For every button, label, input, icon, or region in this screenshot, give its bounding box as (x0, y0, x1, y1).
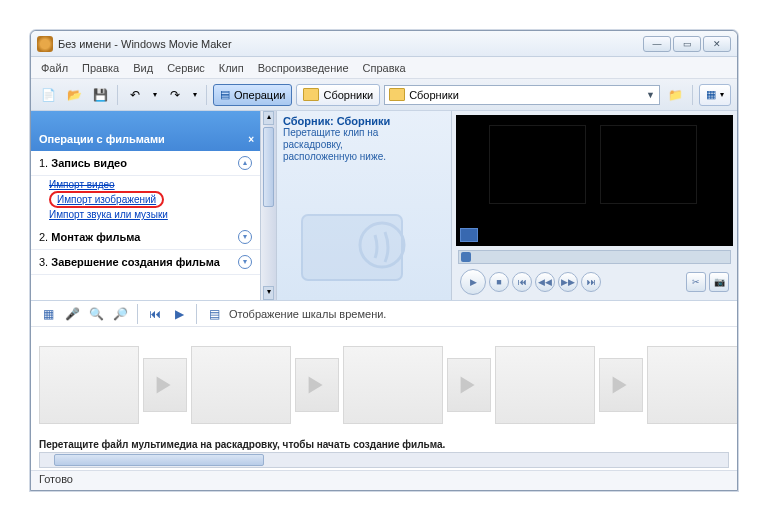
link-import-video[interactable]: Импорт видео (49, 178, 260, 191)
menu-service[interactable]: Сервис (167, 62, 205, 74)
collection-title: Сборник: Сборники (283, 115, 445, 127)
folder-icon (303, 88, 319, 101)
collection-hint: Перетащите клип на раскадровку, располож… (283, 127, 445, 163)
timeline-view-icon[interactable]: ▤ (205, 305, 223, 323)
narrate-icon[interactable]: 🎤 (63, 305, 81, 323)
storyboard-clip[interactable] (495, 346, 595, 424)
link-import-images[interactable]: Импорт изображений (57, 193, 156, 206)
maximize-button[interactable]: ▭ (673, 36, 701, 52)
collections-label: Сборники (323, 89, 373, 101)
titlebar[interactable]: Без имени - Windows Movie Maker — ▭ ✕ (31, 31, 737, 57)
stop-button[interactable]: ■ (489, 272, 509, 292)
zoom-out-icon[interactable]: 🔎 (111, 305, 129, 323)
storyboard-clip[interactable] (39, 346, 139, 424)
filmstrip-icon (297, 200, 427, 290)
tasks-header-label: Операции с фильмами (39, 133, 165, 145)
link-import-audio[interactable]: Импорт звука или музыки (49, 208, 260, 221)
tasks-pane: Операции с фильмами × 1. Запись видео ▴ … (31, 111, 276, 300)
menu-file[interactable]: Файл (41, 62, 68, 74)
storyboard-clip[interactable] (191, 346, 291, 424)
collapse-icon[interactable]: ▴ (238, 156, 252, 170)
seek-thumb[interactable] (461, 252, 471, 262)
snapshot-button[interactable]: 📷 (709, 272, 729, 292)
next-button[interactable]: ⏭ (581, 272, 601, 292)
preview-pane: ▶ ■ ⏮ ◀◀ ▶▶ ⏭ ✂ 📷 (451, 111, 737, 300)
menu-edit[interactable]: Правка (82, 62, 119, 74)
highlight-annotation: Импорт изображений (49, 191, 164, 208)
storyboard-transition[interactable] (295, 358, 339, 412)
play-button[interactable]: ▶ (460, 269, 486, 295)
storyboard-transition[interactable] (599, 358, 643, 412)
operations-toggle[interactable]: ▤ Операции (213, 84, 292, 106)
close-button[interactable]: ✕ (703, 36, 731, 52)
rewind-timeline-icon[interactable]: ⏮ (146, 305, 164, 323)
undo-button[interactable]: ↶ (124, 84, 146, 106)
collection-combo[interactable]: Сборники ▼ (384, 85, 660, 105)
prev-button[interactable]: ⏮ (512, 272, 532, 292)
scroll-down-icon[interactable]: ▾ (263, 286, 274, 300)
split-button[interactable]: ✂ (686, 272, 706, 292)
save-button[interactable]: 💾 (89, 84, 111, 106)
collections-toggle[interactable]: Сборники (296, 84, 380, 106)
menu-play[interactable]: Воспроизведение (258, 62, 349, 74)
tasks-header: Операции с фильмами × (31, 111, 260, 151)
storyboard-view-icon[interactable]: ▦ (39, 305, 57, 323)
storyboard-transition[interactable] (447, 358, 491, 412)
tasks-scrollbar[interactable]: ▴ ▾ (260, 111, 276, 300)
toolbar: 📄 📂 💾 ↶ ▾ ↷ ▾ ▤ Операции Сборники Сборни… (31, 79, 737, 111)
redo-drop-icon[interactable]: ▾ (190, 84, 200, 106)
timeline-view-label[interactable]: Отображение шкалы времени. (229, 308, 386, 320)
expand-icon[interactable]: ▾ (238, 255, 252, 269)
menu-clip[interactable]: Клип (219, 62, 244, 74)
storyboard[interactable] (31, 327, 737, 437)
status-text: Готово (39, 473, 73, 485)
task-section-finish[interactable]: 3. Завершение создания фильма ▾ (31, 250, 260, 275)
menubar: Файл Правка Вид Сервис Клип Воспроизведе… (31, 57, 737, 79)
folder-icon (389, 88, 405, 101)
combo-value: Сборники (409, 89, 459, 101)
storyboard-clip[interactable] (343, 346, 443, 424)
new-button[interactable]: 📄 (37, 84, 59, 106)
fullscreen-icon[interactable] (460, 228, 478, 242)
task-finish-label: Завершение создания фильма (51, 256, 220, 268)
scroll-thumb[interactable] (54, 454, 264, 466)
task-edit-label: Монтаж фильма (51, 231, 140, 243)
redo-button[interactable]: ↷ (164, 84, 186, 106)
timeline-area: ▦ 🎤 🔍 🔎 ⏮ ▶ ▤ Отображение шкалы времени.… (31, 301, 737, 468)
rewind-button[interactable]: ◀◀ (535, 272, 555, 292)
main-area: Операции с фильмами × 1. Запись видео ▴ … (31, 111, 737, 301)
play-timeline-icon[interactable]: ▶ (170, 305, 188, 323)
chevron-down-icon: ▼ (646, 90, 655, 100)
scroll-up-icon[interactable]: ▴ (263, 111, 274, 125)
forward-button[interactable]: ▶▶ (558, 272, 578, 292)
expand-icon[interactable]: ▾ (238, 230, 252, 244)
storyboard-hint: Перетащите файл мультимедиа на раскадров… (31, 437, 737, 452)
storyboard-transition[interactable] (143, 358, 187, 412)
capture-links: Импорт видео Импорт изображений Импорт з… (31, 176, 260, 225)
preview-monitor (456, 115, 733, 246)
app-window: Без имени - Windows Movie Maker — ▭ ✕ Фа… (30, 30, 738, 491)
collection-pane: Сборник: Сборники Перетащите клип на рас… (276, 111, 451, 300)
seek-bar[interactable] (458, 250, 731, 264)
timeline-toolbar: ▦ 🎤 🔍 🔎 ⏮ ▶ ▤ Отображение шкалы времени. (31, 301, 737, 327)
scroll-thumb[interactable] (263, 127, 274, 207)
storyboard-clip[interactable] (647, 346, 737, 424)
menu-view[interactable]: Вид (133, 62, 153, 74)
tasks-close-icon[interactable]: × (248, 134, 254, 145)
view-button[interactable]: ▦▾ (699, 84, 731, 106)
undo-drop-icon[interactable]: ▾ (150, 84, 160, 106)
timeline-scrollbar[interactable] (39, 452, 729, 468)
task-capture-label: Запись видео (51, 157, 127, 169)
menu-help[interactable]: Справка (363, 62, 406, 74)
window-title: Без имени - Windows Movie Maker (58, 38, 232, 50)
task-section-capture[interactable]: 1. Запись видео ▴ (31, 151, 260, 176)
operations-label: Операции (234, 89, 285, 101)
task-section-edit[interactable]: 2. Монтаж фильма ▾ (31, 225, 260, 250)
zoom-in-icon[interactable]: 🔍 (87, 305, 105, 323)
open-button[interactable]: 📂 (63, 84, 85, 106)
statusbar: Готово (31, 470, 737, 490)
minimize-button[interactable]: — (643, 36, 671, 52)
app-icon (37, 36, 53, 52)
up-level-button[interactable]: 📁 (664, 84, 686, 106)
playback-controls: ▶ ■ ⏮ ◀◀ ▶▶ ⏭ ✂ 📷 (452, 264, 737, 300)
